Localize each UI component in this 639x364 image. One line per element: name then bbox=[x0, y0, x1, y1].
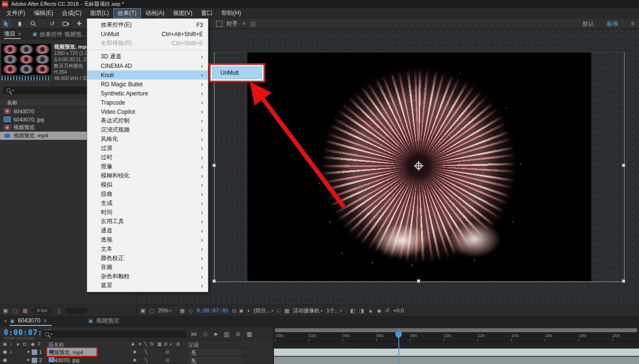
effects-menu-category[interactable]: Video Copilot › bbox=[87, 107, 208, 116]
magnification-dropdown[interactable]: 25% ▾ bbox=[158, 308, 172, 313]
graph-editor-icon[interactable]: ▩ bbox=[247, 331, 252, 337]
effects-menu-category[interactable]: 生成 › bbox=[87, 199, 208, 208]
interpret-footage-icon[interactable]: ▣ bbox=[3, 308, 8, 314]
close-icon[interactable]: × bbox=[4, 318, 7, 324]
menubar-item[interactable]: 窗口 bbox=[197, 8, 217, 18]
panel-menu-icon[interactable]: ≡ bbox=[18, 31, 21, 37]
selection-handle-bottom-right[interactable] bbox=[622, 279, 625, 283]
timeline-tab-6043070[interactable]: ▣ 6043070 ≡ bbox=[10, 316, 52, 326]
time-ruler[interactable]: :00s02s04s06s08s10s12s14s16s18s20s bbox=[274, 332, 639, 342]
selection-handle-left[interactable] bbox=[212, 163, 216, 167]
expander-icon[interactable]: ► bbox=[27, 349, 31, 354]
project-bit-depth[interactable]: 8 bpc bbox=[32, 307, 53, 314]
snapshot-icon[interactable]: ◘ bbox=[232, 308, 236, 313]
workspace-default[interactable]: 默认 bbox=[583, 20, 594, 28]
grid-guides-icon[interactable]: ▦ bbox=[180, 308, 185, 314]
effects-menu-category[interactable]: 3D 通道 › bbox=[87, 52, 208, 61]
menubar-item[interactable]: 图层(L) bbox=[86, 8, 113, 18]
tab-effect-controls[interactable]: ▣ 效果控件 视频预... bbox=[32, 29, 86, 39]
effects-menu-category[interactable]: Trapcode › bbox=[87, 98, 208, 107]
layer-quality-switch[interactable]: ╲ bbox=[145, 349, 148, 354]
expander-icon[interactable]: ► bbox=[27, 357, 31, 362]
layer-bar-2[interactable] bbox=[274, 357, 639, 364]
parent-dropdown[interactable]: 无 ▾ bbox=[188, 357, 242, 364]
source-name-column[interactable]: 源名称 bbox=[48, 341, 64, 349]
comp-flowchart-icon[interactable]: ◆ bbox=[377, 308, 381, 314]
effects-menu-command[interactable]: 全部移除(R) Ctrl+Shift+E bbox=[87, 39, 208, 48]
zoom-tool-icon[interactable] bbox=[29, 19, 38, 28]
effects-menu-category[interactable]: 遮罩 › bbox=[87, 281, 208, 290]
hand-tool-icon[interactable] bbox=[15, 19, 24, 28]
menubar-item[interactable]: 动画(A) bbox=[141, 8, 169, 18]
main-screen-icon[interactable]: ▢ bbox=[149, 308, 154, 314]
selection-tool-icon[interactable] bbox=[2, 19, 11, 28]
timeline-tab-video-preview[interactable]: ▣ 视频预览 bbox=[88, 317, 119, 325]
camera-tool-icon[interactable] bbox=[61, 19, 70, 28]
effects-menu-category[interactable]: 风格化 › bbox=[87, 135, 208, 144]
camera-dropdown[interactable]: 活动摄像机 ▾ bbox=[293, 307, 323, 314]
region-of-interest-icon[interactable]: □ bbox=[277, 308, 281, 313]
always-preview-icon[interactable]: ▣ bbox=[140, 308, 145, 314]
audio-icon[interactable]: ♪ bbox=[10, 349, 12, 354]
effects-menu-category[interactable]: 文本 › bbox=[87, 244, 208, 254]
menubar-item[interactable]: 编辑(E) bbox=[29, 8, 57, 18]
eye-icon[interactable]: ◉ bbox=[3, 357, 7, 363]
effects-menu-command[interactable]: UnMult Ctrl+Alt+Shift+E bbox=[87, 29, 208, 39]
viewer-timecode[interactable]: 0:00:07:05 bbox=[197, 308, 229, 314]
effects-menu-category[interactable]: 透视 › bbox=[87, 235, 208, 244]
layer-bar-1[interactable] bbox=[274, 349, 639, 356]
selection-handle-bottom[interactable] bbox=[417, 279, 421, 283]
menubar-item[interactable]: 视图(V) bbox=[169, 8, 197, 18]
show-snapshot-icon[interactable]: ◙ bbox=[240, 308, 243, 313]
layer-row[interactable]: ◉ ► 2 6043070. jpg ♣ ╲ ◎ 无 ▾ bbox=[0, 356, 274, 364]
effects-menu-category[interactable]: 模拟 › bbox=[87, 180, 208, 189]
resolution-dropdown[interactable]: (四分... ▾ bbox=[254, 307, 273, 314]
project-search-input[interactable]: ▾ bbox=[2, 86, 95, 95]
workspace-standard[interactable]: 标准 bbox=[607, 20, 618, 28]
layer-anchor-point[interactable] bbox=[415, 162, 422, 169]
snap-checkbox[interactable] bbox=[216, 21, 222, 27]
menubar-item[interactable]: 效果(T) bbox=[113, 8, 141, 18]
pan-behind-tool-icon[interactable]: ✚ bbox=[75, 19, 83, 28]
work-area-scrollbar[interactable] bbox=[275, 328, 637, 332]
layer-name-box[interactable]: 6043070. jpg bbox=[47, 356, 96, 364]
effects-menu-command[interactable]: 效果控件(E) F3 bbox=[87, 20, 208, 29]
effects-menu-category[interactable]: 颜色校正 › bbox=[87, 254, 208, 263]
pixel-aspect-icon[interactable]: ◧ bbox=[350, 308, 355, 314]
effects-menu-category[interactable]: CINEMA 4D › bbox=[87, 61, 208, 70]
effects-menu-category[interactable]: 过渡 › bbox=[87, 144, 208, 153]
motion-blur-icon[interactable]: ⊘ bbox=[235, 331, 240, 337]
timeline-button-icon[interactable]: ▲ bbox=[368, 308, 373, 313]
show-channels-icon[interactable]: ◑ bbox=[246, 308, 250, 313]
effects-menu-category[interactable]: 通道 › bbox=[87, 226, 208, 235]
parent-column[interactable]: 父级 bbox=[188, 341, 199, 349]
trash-icon[interactable]: ▯ bbox=[57, 308, 60, 314]
panel-menu-icon[interactable]: ≡ bbox=[44, 318, 47, 324]
fast-preview-icon[interactable]: ◨ bbox=[359, 308, 364, 314]
rotate-tool-icon[interactable]: ↺ bbox=[48, 19, 56, 28]
layer-shy-switch[interactable]: ♣ bbox=[133, 349, 136, 354]
mask-visibility-icon[interactable]: ◇ bbox=[189, 308, 192, 314]
effects-menu-category[interactable]: 过时 › bbox=[87, 153, 208, 162]
layer-shy-switch[interactable]: ♣ bbox=[133, 357, 136, 363]
grid-mode-icon[interactable]: ▧ bbox=[250, 20, 256, 27]
reset-exposure-icon[interactable]: ↺ bbox=[385, 308, 389, 314]
transparency-grid-icon[interactable]: ▩ bbox=[284, 308, 289, 314]
parent-pickwhip-icon[interactable]: ◎ bbox=[165, 349, 170, 354]
selection-handle-bottom-left[interactable] bbox=[212, 279, 216, 283]
parent-dropdown[interactable]: 无 ▾ bbox=[188, 349, 242, 355]
timeline-search-input[interactable]: ▾ bbox=[41, 330, 187, 338]
workspace-menu-icon[interactable]: ≡ bbox=[631, 20, 634, 27]
effects-menu-category[interactable]: 杂色和颗粒 › bbox=[87, 272, 208, 281]
parent-pickwhip-icon[interactable]: ◎ bbox=[165, 357, 170, 363]
tab-project[interactable]: 项目 ≡ bbox=[4, 29, 21, 39]
submenu-item-unmult[interactable]: UnMult bbox=[212, 67, 262, 79]
effects-menu-category[interactable]: 实用工具 › bbox=[87, 217, 208, 226]
frame-blending-icon[interactable]: ▥ bbox=[224, 331, 229, 337]
effects-menu-category[interactable]: 沉浸式视频 › bbox=[87, 125, 208, 135]
effects-menu-category[interactable]: 音频 › bbox=[87, 263, 208, 272]
menubar-item[interactable]: 合成(C) bbox=[57, 8, 86, 18]
effects-menu-category[interactable]: Synthetic Aperture › bbox=[87, 89, 208, 98]
effects-menu-category[interactable]: 模糊和锐化 › bbox=[87, 171, 208, 180]
layer-quality-switch[interactable]: ╲ bbox=[145, 357, 148, 363]
